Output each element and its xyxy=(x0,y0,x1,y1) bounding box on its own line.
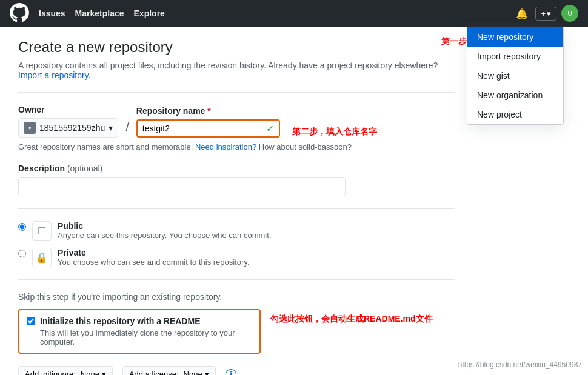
user-avatar[interactable]: U xyxy=(561,5,578,22)
navbar: Issues Marketplace Explore 🔔 + ▾ U 第一步 N… xyxy=(0,0,588,27)
private-icon: 🔒 xyxy=(32,248,52,267)
init-desc: Skip this step if you're importing an ex… xyxy=(18,292,455,302)
init-checkbox-wrapper: Initialize this repository with a README… xyxy=(18,309,261,354)
public-radio[interactable] xyxy=(18,223,26,231)
inspiration-link[interactable]: Need inspiration? xyxy=(195,142,256,151)
owner-select[interactable]: ✦ 18515592159zhu ▾ xyxy=(18,118,118,138)
nav-issues[interactable]: Issues xyxy=(39,8,65,18)
create-dropdown-menu: New repository Import repository New gis… xyxy=(467,27,564,125)
dropdown-new-project[interactable]: New project xyxy=(467,105,563,124)
create-menu-button[interactable]: + ▾ xyxy=(535,7,556,21)
public-desc: Anyone can see this repository. You choo… xyxy=(58,231,271,240)
repo-name-hint: Great repository names are short and mem… xyxy=(18,142,455,151)
notification-button[interactable]: 🔔 xyxy=(513,5,530,22)
public-title: Public xyxy=(58,221,271,231)
visibility-group: ☐ Public Anyone can see this repository.… xyxy=(18,221,455,267)
options-row: Add .gitignore: None ▾ Add a license: No… xyxy=(18,366,455,375)
nav-marketplace[interactable]: Marketplace xyxy=(75,8,124,18)
slash-separator: / xyxy=(125,108,129,134)
dropdown-new-gist[interactable]: New gist xyxy=(467,66,563,85)
license-select[interactable]: Add a license: None ▾ xyxy=(122,366,216,375)
page-title: Create a new repository xyxy=(18,39,455,56)
init-section: Skip this step if you're importing an ex… xyxy=(18,292,455,354)
init-checkbox[interactable] xyxy=(27,317,35,325)
valid-icon: ✓ xyxy=(266,123,274,134)
dropdown-new-organization[interactable]: New organization xyxy=(467,85,563,105)
owner-group: Owner ✦ 18515592159zhu ▾ xyxy=(18,105,118,138)
repo-name-group: Repository name * ✓ xyxy=(136,106,280,138)
dropdown-import-repository[interactable]: Import repository xyxy=(467,47,563,66)
private-radio[interactable] xyxy=(18,250,26,257)
public-content: Public Anyone can see this repository. Y… xyxy=(58,221,271,240)
owner-chevron: ▾ xyxy=(109,123,113,133)
owner-label: Owner xyxy=(18,105,118,114)
init-checkbox-row: Initialize this repository with a README xyxy=(27,316,252,326)
owner-icon: ✦ xyxy=(24,122,36,134)
watermark: https://blog.csdn.net/weixin_44950987 xyxy=(458,360,582,369)
step2-annotation: 第二步，填入仓库名字 xyxy=(292,127,377,138)
dropdown-new-repository[interactable]: New repository xyxy=(467,27,563,47)
desc-optional: (optional) xyxy=(67,164,102,173)
divider xyxy=(18,92,455,93)
navbar-right: 🔔 + ▾ U xyxy=(513,5,578,22)
step3-annotation: 勾选此按钮，会自动生成README.md文件 xyxy=(270,314,433,325)
divider2 xyxy=(18,208,455,209)
description-input[interactable] xyxy=(18,177,346,196)
init-checkbox-label: Initialize this repository with a README xyxy=(40,316,200,326)
description-group: Description (optional) xyxy=(18,164,455,196)
divider3 xyxy=(18,279,455,280)
private-option: 🔒 Private You choose who can see and com… xyxy=(18,248,455,267)
private-desc: You choose who can see and commit to thi… xyxy=(58,257,250,267)
repo-name-label: Repository name * xyxy=(136,106,280,116)
private-title: Private xyxy=(58,248,250,257)
repo-name-input[interactable] xyxy=(142,121,264,136)
desc-label: Description (optional) xyxy=(18,164,455,173)
github-logo xyxy=(10,3,29,24)
page-description: A repository contains all project files,… xyxy=(18,61,455,80)
nav-links: Issues Marketplace Explore xyxy=(39,8,165,18)
import-repo-link[interactable]: Import a repository. xyxy=(18,70,91,80)
required-asterisk: * xyxy=(207,106,210,116)
owner-repo-row: Owner ✦ 18515592159zhu ▾ / Repository na… xyxy=(18,105,455,138)
init-checkbox-desc: This will let you immediately clone the … xyxy=(40,328,252,347)
owner-value: 18515592159zhu xyxy=(39,123,105,133)
repo-name-input-wrapper: ✓ xyxy=(136,119,280,138)
info-icon[interactable]: ℹ xyxy=(226,369,236,376)
gitignore-chevron: ▾ xyxy=(102,370,106,375)
gitignore-select[interactable]: Add .gitignore: None ▾ xyxy=(18,366,113,375)
main-content: Create a new repository A repository con… xyxy=(0,27,473,375)
nav-explore[interactable]: Explore xyxy=(134,8,165,18)
public-icon: ☐ xyxy=(32,221,52,241)
license-chevron: ▾ xyxy=(205,370,209,375)
private-content: Private You choose who can see and commi… xyxy=(58,248,250,267)
public-option: ☐ Public Anyone can see this repository.… xyxy=(18,221,455,241)
